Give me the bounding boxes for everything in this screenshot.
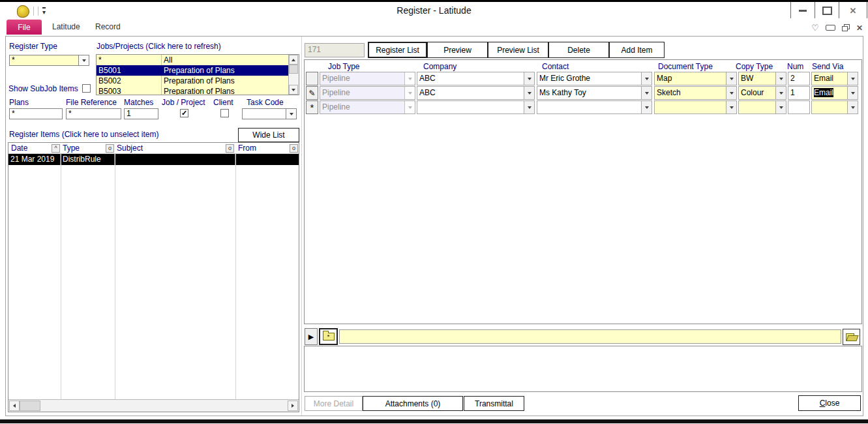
- num-input[interactable]: 1: [788, 86, 810, 100]
- row-selector-new[interactable]: *: [306, 100, 318, 114]
- scroll-up-icon[interactable]: [289, 55, 298, 65]
- attachments-button[interactable]: Attachments (0): [363, 396, 463, 411]
- jobs-list-item[interactable]: B5002Preparation of Plans: [97, 76, 289, 86]
- dropdown-arrow-icon[interactable]: [404, 101, 415, 114]
- favourite-icon[interactable]: ♡: [811, 23, 819, 32]
- dropdown-arrow-icon[interactable]: [524, 87, 534, 99]
- scroll-right-icon[interactable]: [288, 401, 298, 411]
- attachment-row-selector[interactable]: ▶: [305, 328, 318, 345]
- document-type-dropdown[interactable]: Sketch: [654, 86, 737, 100]
- company-dropdown[interactable]: ABC: [417, 72, 535, 85]
- dropdown-arrow-icon[interactable]: [641, 87, 651, 99]
- jobs-list-item-selected[interactable]: B5001Preparation of Plans: [97, 65, 289, 76]
- maximize-button[interactable]: [815, 2, 839, 19]
- contact-dropdown[interactable]: Mr Eric Grothe: [537, 72, 652, 85]
- copy-type-dropdown[interactable]: [738, 100, 786, 114]
- register-type-dropdown-arrow[interactable]: [78, 55, 89, 65]
- dropdown-arrow-icon[interactable]: [847, 72, 858, 85]
- dropdown-arrow-icon[interactable]: [404, 72, 415, 85]
- row-selector-editing[interactable]: ✎: [306, 86, 318, 100]
- scrollbar-thumb[interactable]: [289, 65, 298, 74]
- register-list-button[interactable]: Register List: [368, 42, 427, 58]
- dropdown-arrow-icon[interactable]: [404, 87, 415, 99]
- job-type-dropdown[interactable]: Pipeline: [320, 100, 415, 114]
- register-items-hscrollbar[interactable]: [8, 399, 299, 412]
- attachment-path-field[interactable]: [339, 329, 841, 344]
- minimize-button[interactable]: [791, 2, 815, 19]
- dropdown-arrow-icon[interactable]: [775, 101, 786, 114]
- dropdown-arrow-icon[interactable]: [775, 87, 786, 99]
- dropdown-arrow-icon[interactable]: [726, 101, 736, 114]
- copy-type-dropdown[interactable]: BW: [738, 72, 786, 85]
- dropdown-arrow-icon[interactable]: [641, 72, 651, 85]
- register-type-dropdown[interactable]: *: [9, 55, 89, 66]
- document-type-dropdown[interactable]: [654, 100, 737, 114]
- tab-latitude[interactable]: Latitude: [52, 22, 80, 31]
- sort-date-button[interactable]: ^: [52, 144, 60, 153]
- browse-attachment-button[interactable]: [843, 329, 860, 345]
- close-button[interactable]: Close: [798, 395, 861, 411]
- delete-button[interactable]: Delete: [548, 42, 609, 58]
- mdi-restore-icon[interactable]: [842, 24, 850, 31]
- dropdown-arrow-icon[interactable]: [524, 101, 534, 114]
- job-project-checkbox[interactable]: ✓: [180, 109, 188, 117]
- mdi-close-icon[interactable]: ✕: [856, 24, 863, 32]
- dropdown-arrow-icon[interactable]: [524, 72, 534, 85]
- tab-file[interactable]: File: [7, 20, 42, 35]
- jobs-list-item[interactable]: B5003Preparation of Plans: [97, 86, 289, 95]
- qat-dropdown-icon[interactable]: ▾: [42, 7, 46, 16]
- company-dropdown[interactable]: ABC: [417, 86, 535, 100]
- row-selector[interactable]: [306, 72, 318, 85]
- job-type-dropdown[interactable]: Pipeline: [320, 72, 415, 85]
- client-checkbox[interactable]: [220, 109, 229, 117]
- dropdown-arrow-icon[interactable]: [641, 101, 651, 114]
- column-type: Type: [63, 144, 80, 153]
- mdi-minimize-icon[interactable]: [826, 25, 835, 31]
- task-code-dropdown-arrow[interactable]: [286, 109, 296, 119]
- show-subjob-checkbox[interactable]: [82, 84, 91, 93]
- more-detail-button[interactable]: More Detail: [305, 396, 363, 411]
- file-reference-input[interactable]: *: [66, 108, 121, 119]
- new-attachment-button[interactable]: *: [319, 328, 338, 345]
- company-dropdown[interactable]: [417, 100, 535, 114]
- sort-subject-button[interactable]: o: [226, 144, 234, 153]
- asterisk-icon: *: [310, 104, 314, 111]
- matches-input[interactable]: 1: [124, 108, 158, 119]
- send-via-dropdown[interactable]: [811, 100, 858, 114]
- jobs-projects-label[interactable]: Jobs/Projects (Click here to refresh): [97, 42, 221, 51]
- scrollbar-thumb[interactable]: [20, 401, 40, 411]
- register-item-row-selected[interactable]: 21 Mar 2019 DistribRule: [8, 154, 299, 165]
- transmittal-button[interactable]: Transmittal: [464, 396, 524, 411]
- sort-from-button[interactable]: o: [290, 144, 298, 153]
- add-item-button[interactable]: Add Item: [609, 42, 665, 58]
- scroll-down-icon[interactable]: [289, 85, 298, 95]
- send-via-dropdown[interactable]: Email: [811, 72, 858, 85]
- jobs-list-item[interactable]: *All: [97, 55, 289, 65]
- register-items-label[interactable]: Register Items (Click here to unselect i…: [9, 130, 158, 139]
- num-input[interactable]: [788, 100, 810, 114]
- copy-type-dropdown[interactable]: Colour: [738, 86, 786, 100]
- preview-list-button[interactable]: Preview List: [488, 42, 548, 58]
- task-code-dropdown[interactable]: [242, 108, 297, 119]
- wide-list-button[interactable]: Wide List: [238, 128, 299, 142]
- send-via-dropdown-focused[interactable]: Email: [811, 86, 858, 100]
- preview-button[interactable]: Preview: [427, 42, 488, 58]
- job-type-dropdown[interactable]: Pipeline: [320, 86, 415, 100]
- jobs-list-scrollbar[interactable]: [288, 55, 299, 95]
- document-type-dropdown[interactable]: Map: [654, 72, 737, 85]
- dropdown-arrow-icon[interactable]: [726, 87, 736, 99]
- column-document-type: Document Type: [658, 62, 713, 71]
- sort-type-button[interactable]: o: [106, 144, 114, 153]
- plans-input[interactable]: *: [9, 108, 63, 119]
- tab-record[interactable]: Record: [95, 22, 121, 31]
- close-window-button[interactable]: ✕: [839, 2, 867, 19]
- contact-dropdown[interactable]: Ms Kathy Toy: [537, 86, 652, 100]
- dropdown-arrow-icon[interactable]: [847, 101, 858, 114]
- plans-label: Plans: [9, 98, 29, 107]
- contact-dropdown[interactable]: [537, 100, 652, 114]
- dropdown-arrow-icon[interactable]: [775, 72, 786, 85]
- scroll-left-icon[interactable]: [9, 401, 20, 411]
- dropdown-arrow-icon[interactable]: [847, 87, 858, 99]
- num-input[interactable]: 2: [788, 72, 810, 85]
- dropdown-arrow-icon[interactable]: [726, 72, 736, 85]
